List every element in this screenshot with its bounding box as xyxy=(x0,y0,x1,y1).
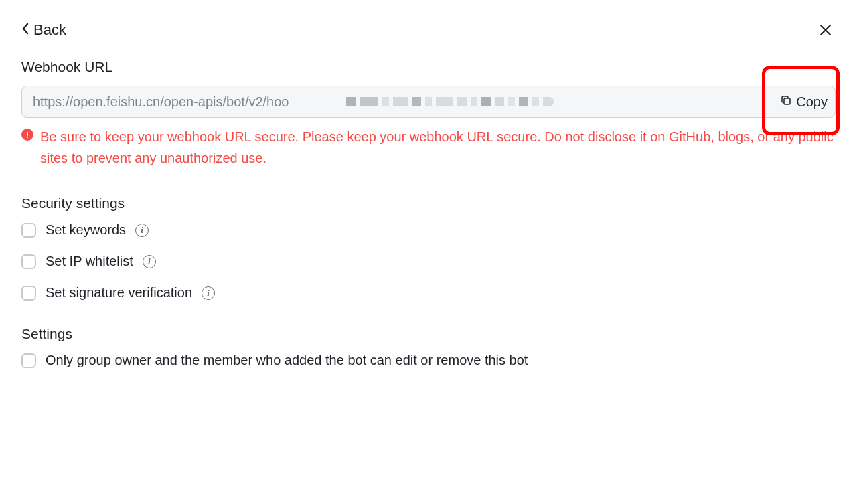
page-header: Back xyxy=(21,20,836,40)
copy-button[interactable]: Copy xyxy=(773,86,836,118)
signature-checkbox[interactable] xyxy=(21,286,36,301)
warning-row: ! Be sure to keep your webhook URL secur… xyxy=(21,126,836,169)
signature-label: Set signature verification xyxy=(46,285,192,301)
signature-option-row: Set signature verification i xyxy=(21,285,836,301)
security-settings-section: Security settings Set keywords i Set IP … xyxy=(21,195,836,301)
info-icon[interactable]: i xyxy=(202,286,215,300)
keywords-option-row: Set keywords i xyxy=(21,222,836,238)
close-button[interactable] xyxy=(815,20,836,40)
webhook-url-label: Webhook URL xyxy=(21,59,836,75)
close-icon xyxy=(818,23,833,37)
back-label: Back xyxy=(33,21,66,39)
owner-only-option-row: Only group owner and the member who adde… xyxy=(21,353,836,368)
ip-whitelist-checkbox[interactable] xyxy=(21,254,36,269)
info-icon[interactable]: i xyxy=(135,224,149,237)
back-button[interactable]: Back xyxy=(21,21,66,39)
info-icon[interactable]: i xyxy=(143,255,156,268)
svg-rect-0 xyxy=(784,98,790,104)
copy-label: Copy xyxy=(796,94,828,110)
settings-label: Settings xyxy=(21,326,836,342)
warning-text: Be sure to keep your webhook URL secure.… xyxy=(40,126,836,169)
copy-icon xyxy=(780,94,792,110)
keywords-checkbox[interactable] xyxy=(21,223,36,238)
keywords-label: Set keywords xyxy=(46,222,126,238)
webhook-url-row: Copy xyxy=(21,86,836,118)
webhook-url-input[interactable] xyxy=(21,86,836,118)
ip-whitelist-option-row: Set IP whitelist i xyxy=(21,254,836,269)
owner-only-label: Only group owner and the member who adde… xyxy=(46,353,528,368)
settings-section: Settings Only group owner and the member… xyxy=(21,326,836,368)
security-settings-label: Security settings xyxy=(21,195,836,212)
ip-whitelist-label: Set IP whitelist xyxy=(46,254,133,269)
chevron-left-icon xyxy=(21,23,29,38)
warning-icon: ! xyxy=(21,129,33,141)
owner-only-checkbox[interactable] xyxy=(21,353,36,368)
